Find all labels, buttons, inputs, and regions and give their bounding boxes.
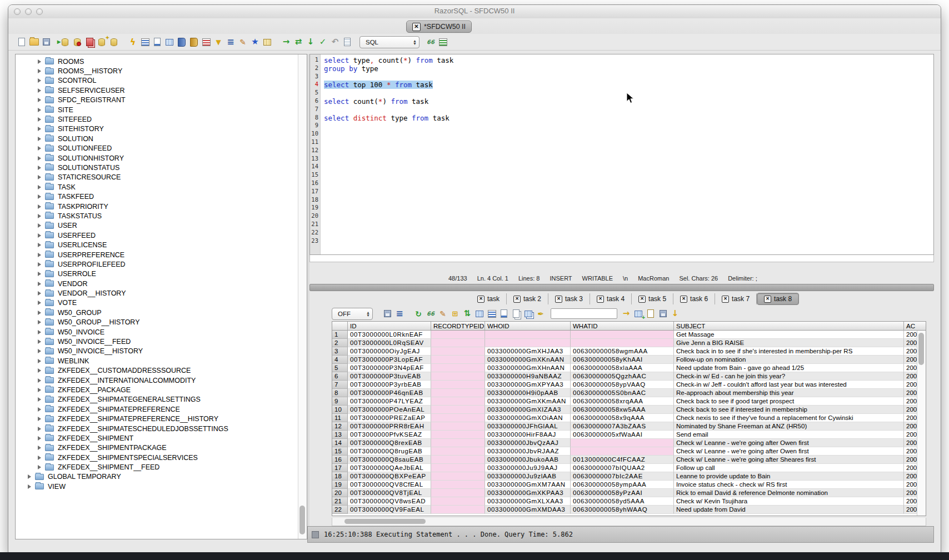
cell[interactable] (431, 381, 485, 389)
cell[interactable] (431, 472, 485, 481)
column-header-recordtypeid[interactable]: RECORDTYPEID (431, 322, 485, 331)
tree-item-staticresource[interactable]: STATICRESOURCE (16, 173, 298, 182)
row-number[interactable]: 4 (332, 356, 348, 364)
cell[interactable] (571, 447, 674, 456)
result-tab-task[interactable]: ✕task (471, 293, 507, 304)
tree-item-solutionfeed[interactable]: SOLUTIONFEED (16, 144, 298, 153)
results-search-input[interactable] (551, 308, 617, 319)
tree-scrollbar-thumb[interactable] (299, 506, 305, 534)
cell[interactable]: 00T3000000P3yrbEAB (348, 381, 431, 389)
editor-results-splitter[interactable] (309, 284, 934, 291)
cell[interactable] (485, 339, 571, 347)
cell[interactable] (571, 331, 674, 339)
row-number[interactable]: 22 (332, 506, 348, 514)
favorites-icon[interactable]: ★ (249, 37, 261, 48)
row-number[interactable]: 10 (332, 406, 348, 414)
expand-triangle-icon[interactable] (38, 156, 41, 161)
expand-triangle-icon[interactable] (38, 282, 41, 286)
cell[interactable]: 00T3000000P3N4pEAF (348, 364, 431, 372)
result-tab-task-4[interactable]: ✕task 4 (590, 293, 632, 304)
expand-triangle-icon[interactable] (38, 175, 41, 179)
tree-item-solution[interactable]: SOLUTION (16, 134, 298, 143)
view-record-icon[interactable]: 66 (425, 308, 436, 319)
commit-icon[interactable]: ✓ (317, 37, 328, 48)
expand-triangle-icon[interactable] (38, 436, 41, 441)
cell[interactable]: 0033000000H9i0pAAB (485, 389, 571, 397)
expand-triangle-icon[interactable] (38, 446, 41, 450)
row-number[interactable]: 18 (332, 472, 348, 481)
cell[interactable]: 00T3000000PRR8rEAH (348, 422, 431, 431)
tree-item-sitehistory[interactable]: SITEHISTORY (16, 124, 298, 134)
result-tab-task-6[interactable]: ✕task 6 (673, 293, 715, 304)
tree-item-vendor-history[interactable]: VENDOR__HISTORY (16, 288, 298, 298)
cell[interactable]: 00T3000000P47LYEAZ (348, 397, 431, 406)
tree-item-w50-group[interactable]: W50_GROUP (16, 308, 298, 317)
tree-item-view[interactable]: VIEW (16, 482, 298, 491)
table-row[interactable]: 600T3000000P3tuvEAB0033000000H9aNBAAZ006… (332, 372, 926, 381)
cell[interactable]: 0033000000JbvRJAAZ (485, 447, 571, 456)
add-connection-icon[interactable]: ✦ (96, 37, 107, 48)
expand-triangle-icon[interactable] (38, 301, 41, 305)
expand-triangle-icon[interactable] (38, 204, 41, 209)
save-file-icon[interactable] (41, 37, 52, 48)
edit-sql-icon[interactable]: ✎ (237, 37, 248, 48)
cell[interactable]: Check back to see if good target prospec… (674, 397, 904, 406)
cell[interactable]: 00630000005QgzhAAC (571, 372, 674, 381)
tree-item-zkfedex-shipmategeneralsettings[interactable]: ZKFEDEX__SHIPMATEGENERALSETTINGS (16, 395, 298, 404)
table-editor-icon[interactable] (262, 37, 273, 48)
format-results-icon[interactable]: ≡ (394, 308, 405, 319)
cell[interactable]: 00T3000000Q8rexEAB (348, 439, 431, 447)
export-table-icon[interactable]: + (633, 308, 644, 319)
cell[interactable]: Check-in w/ Jeff - couldn't afford last … (674, 381, 904, 389)
open-file-icon[interactable] (28, 37, 39, 48)
column-header-ac[interactable]: AC (904, 322, 926, 331)
filter-icon[interactable]: ▼ (213, 37, 224, 48)
copy-rows-icon[interactable] (511, 308, 522, 319)
expand-triangle-icon[interactable] (38, 69, 41, 73)
cell[interactable]: 00T3000000QBXPeEAP (348, 472, 431, 481)
fetch-results-icon[interactable]: ↓ (305, 37, 316, 48)
backup-tool-icon[interactable] (176, 37, 187, 48)
tree-item-userpreference[interactable]: USERPREFERENCE (16, 250, 298, 259)
cell[interactable]: Send email (674, 431, 904, 439)
rollback-icon[interactable]: ↶ (329, 37, 341, 48)
cell[interactable]: Leanne to provide update to Bain (674, 472, 904, 481)
cell[interactable]: 00T3000000OiyJgEAJ (348, 347, 431, 356)
document-tab[interactable]: ✕ *SFDCW50 II (406, 21, 472, 33)
tree-item-w50-group-history[interactable]: W50_GROUP__HISTORY (16, 318, 298, 327)
tree-item-userlicense[interactable]: USERLICENSE (16, 240, 298, 249)
column-header-whatid[interactable]: WHATID (571, 322, 674, 331)
expand-triangle-icon[interactable] (38, 291, 41, 296)
tab-close-icon[interactable]: ✕ (555, 296, 562, 303)
tab-close-icon[interactable]: ✕ (412, 23, 421, 31)
editor-code-area[interactable]: select type, count(*) from taskgroup by … (321, 54, 933, 254)
window-titlebar[interactable]: RazorSQL - SFDCW50 II (8, 5, 941, 19)
cell[interactable] (431, 331, 485, 339)
insert-row-icon[interactable]: ⊞ (449, 308, 461, 319)
search-next-icon[interactable]: → (621, 308, 632, 319)
cell[interactable] (431, 506, 485, 514)
cell[interactable]: 00T3000000P3LopEAF (348, 356, 431, 364)
cell[interactable]: Check w/ Leanne - we're going after Shea… (674, 456, 904, 464)
cell[interactable]: Re-approach about membership this year (674, 389, 904, 397)
cell[interactable]: Rick to email David & reference Delmonte… (674, 489, 904, 497)
expand-triangle-icon[interactable] (38, 194, 41, 199)
cell[interactable]: 0033000000JbukoAAB (485, 456, 571, 464)
expand-triangle-icon[interactable] (38, 117, 41, 122)
tree-item-user[interactable]: USER (16, 221, 298, 231)
cell[interactable] (571, 439, 674, 447)
expand-triangle-icon[interactable] (38, 465, 41, 469)
cell[interactable]: 0033000000Ju9zlAAB (485, 472, 571, 481)
table-row[interactable]: 800T3000000P46qnEAB0033000000H9i0pAAB006… (332, 389, 926, 397)
expand-triangle-icon[interactable] (38, 223, 41, 228)
tab-close-icon[interactable]: ✕ (722, 296, 729, 303)
cell[interactable]: 0033000000Ju9J9AAJ (485, 464, 571, 472)
cell[interactable]: 0033000000H9aNBAAZ (485, 372, 571, 381)
row-number[interactable]: 15 (332, 447, 348, 456)
cell[interactable]: Check back to see if interested in membe… (674, 406, 904, 414)
tree-item-selfserviceuser[interactable]: SELFSERVICEUSER (16, 86, 298, 95)
cell[interactable]: 00T3000000PfvKSEAZ (348, 431, 431, 439)
expand-triangle-icon[interactable] (38, 243, 41, 247)
table-row[interactable]: 1100T3000000PREZaEAP0033000000GmXOiAAN00… (332, 414, 926, 422)
table-row[interactable]: 1000T3000000POeAnEAL0033000000GmXIZAA300… (332, 406, 926, 414)
